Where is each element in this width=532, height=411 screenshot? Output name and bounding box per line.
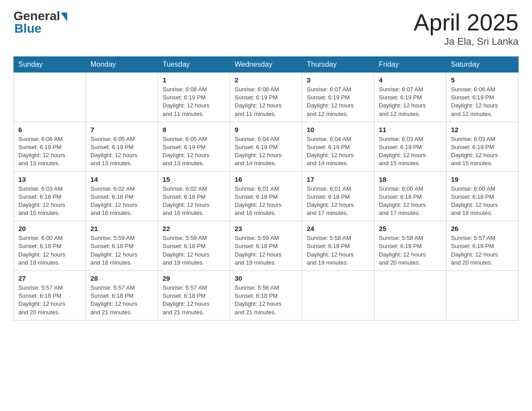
day-number: 28 xyxy=(90,274,153,282)
day-info: Sunrise: 5:56 AM Sunset: 6:18 PM Dayligh… xyxy=(235,284,297,317)
day-header-friday: Friday xyxy=(374,57,446,73)
day-number: 14 xyxy=(90,176,153,183)
day-header-wednesday: Wednesday xyxy=(230,57,302,73)
day-number: 21 xyxy=(90,225,153,232)
day-number: 5 xyxy=(451,76,514,84)
calendar-cell xyxy=(302,271,374,321)
day-number: 9 xyxy=(235,126,297,133)
day-info: Sunrise: 6:04 AM Sunset: 6:19 PM Dayligh… xyxy=(307,135,369,168)
calendar-cell: 25Sunrise: 5:58 AM Sunset: 6:18 PM Dayli… xyxy=(374,221,446,271)
day-info: Sunrise: 6:01 AM Sunset: 6:18 PM Dayligh… xyxy=(307,185,369,218)
calendar-cell: 20Sunrise: 6:00 AM Sunset: 6:18 PM Dayli… xyxy=(14,221,86,271)
logo-blue-text: Blue xyxy=(13,21,42,36)
calendar-cell xyxy=(446,271,519,321)
day-info: Sunrise: 5:58 AM Sunset: 6:18 PM Dayligh… xyxy=(307,234,369,267)
day-info: Sunrise: 6:02 AM Sunset: 6:18 PM Dayligh… xyxy=(90,185,153,218)
day-number: 22 xyxy=(163,225,225,232)
calendar-subtitle: Ja Ela, Sri Lanka xyxy=(414,36,519,47)
logo-arrow-icon xyxy=(61,13,67,21)
week-row-4: 20Sunrise: 6:00 AM Sunset: 6:18 PM Dayli… xyxy=(14,221,519,271)
logo: General Blue xyxy=(13,9,67,36)
calendar-cell: 10Sunrise: 6:04 AM Sunset: 6:19 PM Dayli… xyxy=(302,122,374,171)
calendar-cell: 2Sunrise: 6:08 AM Sunset: 6:19 PM Daylig… xyxy=(230,73,302,122)
day-number: 20 xyxy=(18,225,81,232)
day-info: Sunrise: 5:58 AM Sunset: 6:18 PM Dayligh… xyxy=(379,234,442,267)
calendar-cell: 18Sunrise: 6:00 AM Sunset: 6:18 PM Dayli… xyxy=(374,171,446,221)
day-info: Sunrise: 6:04 AM Sunset: 6:19 PM Dayligh… xyxy=(235,135,297,168)
week-row-1: 1Sunrise: 6:08 AM Sunset: 6:19 PM Daylig… xyxy=(14,73,519,122)
day-header-thursday: Thursday xyxy=(302,57,374,73)
day-number: 11 xyxy=(379,126,442,133)
calendar-cell: 1Sunrise: 6:08 AM Sunset: 6:19 PM Daylig… xyxy=(158,73,230,122)
day-info: Sunrise: 6:00 AM Sunset: 6:18 PM Dayligh… xyxy=(451,185,514,218)
day-number: 16 xyxy=(235,176,297,183)
calendar-title: April 2025 xyxy=(414,9,519,36)
day-info: Sunrise: 6:06 AM Sunset: 6:19 PM Dayligh… xyxy=(18,135,81,168)
day-info: Sunrise: 6:03 AM Sunset: 6:19 PM Dayligh… xyxy=(379,135,442,168)
calendar-cell: 7Sunrise: 6:05 AM Sunset: 6:19 PM Daylig… xyxy=(86,122,158,171)
calendar-table: SundayMondayTuesdayWednesdayThursdayFrid… xyxy=(13,56,519,321)
day-info: Sunrise: 5:59 AM Sunset: 6:18 PM Dayligh… xyxy=(235,234,297,267)
day-info: Sunrise: 5:57 AM Sunset: 6:18 PM Dayligh… xyxy=(163,284,225,317)
calendar-cell: 15Sunrise: 6:02 AM Sunset: 6:18 PM Dayli… xyxy=(158,171,230,221)
calendar-cell: 23Sunrise: 5:59 AM Sunset: 6:18 PM Dayli… xyxy=(230,221,302,271)
day-info: Sunrise: 5:57 AM Sunset: 6:18 PM Dayligh… xyxy=(451,234,514,267)
calendar-cell: 28Sunrise: 5:57 AM Sunset: 6:18 PM Dayli… xyxy=(86,271,158,321)
calendar-cell: 9Sunrise: 6:04 AM Sunset: 6:19 PM Daylig… xyxy=(230,122,302,171)
day-number: 23 xyxy=(235,225,297,232)
page-header: General Blue April 2025 Ja Ela, Sri Lank… xyxy=(13,9,519,47)
calendar-cell: 12Sunrise: 6:03 AM Sunset: 6:19 PM Dayli… xyxy=(446,122,519,171)
day-info: Sunrise: 5:57 AM Sunset: 6:18 PM Dayligh… xyxy=(90,284,153,317)
calendar-cell: 13Sunrise: 6:03 AM Sunset: 6:18 PM Dayli… xyxy=(14,171,86,221)
calendar-cell: 16Sunrise: 6:01 AM Sunset: 6:18 PM Dayli… xyxy=(230,171,302,221)
day-number: 29 xyxy=(163,274,225,282)
day-number: 15 xyxy=(163,176,225,183)
day-header-saturday: Saturday xyxy=(446,57,519,73)
calendar-cell xyxy=(374,271,446,321)
calendar-cell: 19Sunrise: 6:00 AM Sunset: 6:18 PM Dayli… xyxy=(446,171,519,221)
day-number: 26 xyxy=(451,225,514,232)
day-number: 3 xyxy=(307,76,369,84)
day-info: Sunrise: 6:07 AM Sunset: 6:19 PM Dayligh… xyxy=(379,86,442,118)
day-info: Sunrise: 6:08 AM Sunset: 6:19 PM Dayligh… xyxy=(163,86,225,118)
week-row-3: 13Sunrise: 6:03 AM Sunset: 6:18 PM Dayli… xyxy=(14,171,519,221)
calendar-cell xyxy=(14,73,86,122)
calendar-cell: 8Sunrise: 6:05 AM Sunset: 6:19 PM Daylig… xyxy=(158,122,230,171)
calendar-cell: 5Sunrise: 6:06 AM Sunset: 6:19 PM Daylig… xyxy=(446,73,519,122)
week-row-2: 6Sunrise: 6:06 AM Sunset: 6:19 PM Daylig… xyxy=(14,122,519,171)
day-info: Sunrise: 6:00 AM Sunset: 6:18 PM Dayligh… xyxy=(18,234,81,267)
calendar-cell xyxy=(86,73,158,122)
day-header-monday: Monday xyxy=(86,57,158,73)
day-number: 19 xyxy=(451,176,514,183)
day-info: Sunrise: 6:05 AM Sunset: 6:19 PM Dayligh… xyxy=(90,135,153,168)
day-number: 8 xyxy=(163,126,225,133)
day-info: Sunrise: 6:07 AM Sunset: 6:19 PM Dayligh… xyxy=(307,86,369,118)
day-info: Sunrise: 6:01 AM Sunset: 6:18 PM Dayligh… xyxy=(235,185,297,218)
week-row-5: 27Sunrise: 5:57 AM Sunset: 6:18 PM Dayli… xyxy=(14,271,519,321)
days-header-row: SundayMondayTuesdayWednesdayThursdayFrid… xyxy=(14,57,519,73)
calendar-cell: 4Sunrise: 6:07 AM Sunset: 6:19 PM Daylig… xyxy=(374,73,446,122)
calendar-cell: 22Sunrise: 5:59 AM Sunset: 6:18 PM Dayli… xyxy=(158,221,230,271)
day-number: 1 xyxy=(163,76,225,84)
calendar-cell: 21Sunrise: 5:59 AM Sunset: 6:18 PM Dayli… xyxy=(86,221,158,271)
day-number: 24 xyxy=(307,225,369,232)
day-number: 18 xyxy=(379,176,442,183)
day-header-sunday: Sunday xyxy=(14,57,86,73)
calendar-cell: 29Sunrise: 5:57 AM Sunset: 6:18 PM Dayli… xyxy=(158,271,230,321)
day-number: 17 xyxy=(307,176,369,183)
day-info: Sunrise: 5:59 AM Sunset: 6:18 PM Dayligh… xyxy=(163,234,225,267)
calendar-cell: 17Sunrise: 6:01 AM Sunset: 6:18 PM Dayli… xyxy=(302,171,374,221)
day-info: Sunrise: 6:03 AM Sunset: 6:18 PM Dayligh… xyxy=(18,185,81,218)
day-info: Sunrise: 6:00 AM Sunset: 6:18 PM Dayligh… xyxy=(379,185,442,218)
day-info: Sunrise: 6:02 AM Sunset: 6:18 PM Dayligh… xyxy=(163,185,225,218)
calendar-cell: 3Sunrise: 6:07 AM Sunset: 6:19 PM Daylig… xyxy=(302,73,374,122)
day-info: Sunrise: 6:05 AM Sunset: 6:19 PM Dayligh… xyxy=(163,135,225,168)
day-number: 13 xyxy=(18,176,81,183)
calendar-cell: 30Sunrise: 5:56 AM Sunset: 6:18 PM Dayli… xyxy=(230,271,302,321)
day-info: Sunrise: 6:03 AM Sunset: 6:19 PM Dayligh… xyxy=(451,135,514,168)
calendar-cell: 24Sunrise: 5:58 AM Sunset: 6:18 PM Dayli… xyxy=(302,221,374,271)
day-number: 27 xyxy=(18,274,81,282)
calendar-cell: 6Sunrise: 6:06 AM Sunset: 6:19 PM Daylig… xyxy=(14,122,86,171)
calendar-cell: 26Sunrise: 5:57 AM Sunset: 6:18 PM Dayli… xyxy=(446,221,519,271)
calendar-body: 1Sunrise: 6:08 AM Sunset: 6:19 PM Daylig… xyxy=(14,73,519,321)
